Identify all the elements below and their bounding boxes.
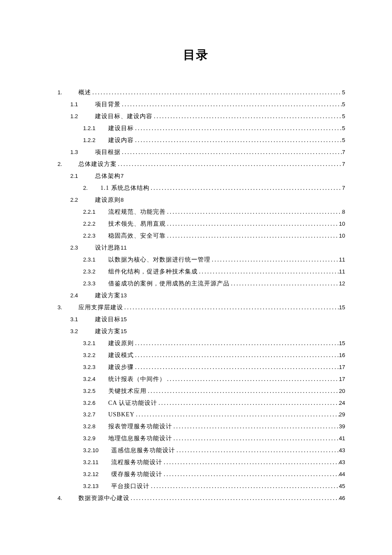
- toc-entry: 2.2建设原则8: [47, 194, 345, 206]
- toc-dots: [166, 230, 339, 242]
- toc-entry-number: 3.2.1: [83, 338, 95, 349]
- toc-entry-number: 3.2: [70, 326, 78, 337]
- toc-entry: 2.总体建设方案7: [47, 158, 345, 170]
- toc-entry-text: 设计思路: [95, 242, 121, 254]
- toc-dots: [162, 468, 339, 480]
- toc-dots: [117, 158, 342, 170]
- toc-entry-text: 流程服务功能设计: [111, 456, 162, 468]
- toc-entry-page: 16: [339, 350, 345, 361]
- toc-entry: 3.2.4统计报表（中间件）17: [47, 373, 345, 385]
- toc-entry-number: 2.2.2: [83, 218, 95, 230]
- toc-entry-page: 20: [339, 386, 345, 397]
- toc-entry: 1.1项目背景5: [47, 99, 345, 110]
- toc-entry-page: 7: [342, 147, 345, 158]
- toc-dots: [130, 492, 339, 504]
- toc-entry-number: 1.1: [70, 99, 78, 110]
- toc-entry-number: 2.3.3: [83, 278, 95, 289]
- toc-entry-number: 1.2: [70, 111, 78, 122]
- toc-entry-text: 建设方案: [95, 325, 121, 337]
- toc-entry-number: 1.2.2: [83, 135, 95, 146]
- toc-entry-number: 1.: [58, 87, 62, 98]
- toc-entry-page: 43: [339, 445, 345, 456]
- toc-entry-page: 8: [342, 206, 345, 218]
- toc-dots: [166, 373, 339, 385]
- toc-entry: 2.3.3借鉴成功的案例，使用成熟的主流开源产品12: [47, 278, 345, 290]
- toc-entry-number: 2.: [58, 159, 62, 170]
- toc-entry: 2.1.1 系统总体结构7: [47, 182, 345, 194]
- toc-entry-text: 报表管理服务功能设计: [108, 421, 172, 433]
- toc-dots: [175, 445, 339, 456]
- toc-entry-page: 44: [339, 469, 345, 480]
- toc-dots: [162, 456, 339, 468]
- toc-entry-number: 3.2.12: [83, 469, 98, 480]
- toc-entry-page: 17: [339, 374, 345, 385]
- toc-entry-text: 建设目标: [95, 314, 121, 325]
- toc-dots: [166, 218, 339, 230]
- toc-entry: 3.2.1建设原则15: [47, 337, 345, 349]
- toc-entry-page: 11: [339, 266, 345, 277]
- toc-entry: 3.2.7USBKEY29: [47, 409, 345, 421]
- toc-entry-text: 借鉴成功的案例，使用成熟的主流开源产品: [108, 278, 230, 290]
- toc-entry: 3.2.12缓存服务功能设计44: [47, 468, 345, 480]
- toc-entry: 1.2建设目标、建设内容5: [47, 110, 345, 122]
- toc-dots: [123, 302, 339, 314]
- toc-entry-page: 5: [342, 87, 345, 98]
- toc-entry: 3.2.5关键技术应用20: [47, 385, 345, 397]
- toc-entry-text: 应用支撑层建设: [78, 302, 123, 314]
- toc-entry: 3.2.8报表管理服务功能设计39: [47, 421, 345, 433]
- toc-entry-text: USBKEY: [108, 409, 135, 421]
- toc-entry: 4.数据资源中心建设46: [47, 492, 345, 504]
- toc-entry-number: 2.2.1: [83, 206, 95, 218]
- toc-entry-number: 3.2.6: [83, 398, 95, 409]
- toc-entry-text: 平台接口设计: [111, 480, 150, 492]
- toc-entry-number: 3.2.3: [83, 362, 95, 373]
- toc-entry-text: 稳固高效、安全可靠: [108, 230, 166, 242]
- toc-entry-page-inline: 13: [121, 290, 127, 301]
- toc-entry: 3.应用支撑层建设15: [47, 302, 345, 314]
- toc-entry-text: 项目根据: [95, 146, 121, 158]
- toc-entry: 3.2.11流程服务功能设计43: [47, 456, 345, 468]
- toc-entry-number: 2.3.2: [83, 266, 95, 277]
- toc-entry-text: 建设方案: [95, 290, 121, 302]
- toc-entry-number: 2.4: [70, 290, 78, 301]
- toc-entry-text: 项目背景: [95, 99, 121, 110]
- toc-entry-page: 5: [342, 111, 345, 122]
- toc-entry-text: 数据资源中心建设: [78, 492, 130, 504]
- toc-dots: [166, 206, 342, 218]
- toc-dots: [134, 361, 339, 373]
- toc-entry-text: CA 认证功能设计: [108, 397, 157, 409]
- toc-entry-text: 地理信息服务功能设计: [108, 433, 172, 445]
- table-of-contents: 1.概述51.1项目背景51.2建设目标、建设内容51.2.1建设目标51.2.…: [47, 87, 345, 504]
- toc-dots: [134, 134, 342, 146]
- toc-entry-number: 1.2.1: [83, 123, 95, 134]
- toc-entry-text: 建设目标: [108, 122, 134, 134]
- toc-entry-page: 39: [339, 421, 345, 432]
- toc-entry-number: 2.1: [70, 171, 78, 182]
- toc-entry-text: 建设目标、建设内容: [95, 110, 153, 122]
- toc-dots: [91, 87, 342, 99]
- toc-entry-page: 10: [339, 230, 345, 241]
- toc-entry-text: 建设模式: [108, 349, 134, 361]
- toc-entry-page-inline: 15: [121, 326, 127, 337]
- toc-entry-text: 建设原则: [95, 194, 121, 206]
- toc-entry-page: 15: [339, 302, 345, 313]
- toc-dots: [150, 480, 339, 492]
- toc-dots: [172, 433, 339, 445]
- toc-dots: [135, 409, 339, 421]
- toc-dots: [134, 349, 339, 361]
- toc-entry-number: 3.1: [70, 314, 78, 325]
- toc-entry: 3.2.3建设步骤17: [47, 361, 345, 373]
- toc-title: 目录: [47, 47, 345, 63]
- toc-entry: 1.2.1建设目标5: [47, 122, 345, 134]
- toc-entry-number: 3.2.10: [83, 445, 98, 456]
- toc-dots: [153, 110, 342, 122]
- toc-entry: 3.2建设方案15: [47, 325, 345, 337]
- toc-entry-text: 遥感信息服务功能设计: [111, 445, 175, 456]
- toc-entry-number: 3.2.13: [83, 481, 98, 492]
- toc-entry-page: 41: [339, 433, 345, 444]
- toc-entry: 2.1总体架构7: [47, 170, 345, 182]
- toc-entry-page: 12: [339, 278, 345, 289]
- toc-entry-number: 3.2.11: [83, 457, 98, 468]
- toc-entry-page: 7: [342, 159, 345, 170]
- toc-entry-page: 43: [339, 457, 345, 468]
